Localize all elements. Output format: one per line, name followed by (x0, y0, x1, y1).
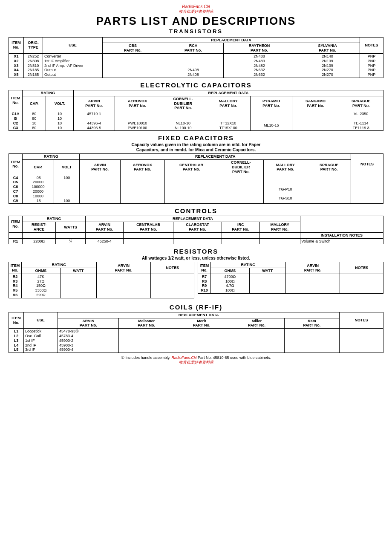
centralab (164, 175, 218, 204)
th-irc: IRCPART No. (222, 222, 259, 233)
sprague: VL-2350TE-1114TE1119.3 (339, 111, 383, 131)
th-centralab: CENTRALABPART No. (164, 160, 218, 175)
th-cap: CAP. (23, 160, 54, 175)
table-row: R7R8R9R10 4700Ω100Ω4.7Ω100Ω (198, 274, 383, 293)
watt (249, 274, 285, 293)
aerovox: PWE10010PWE10100 (115, 111, 160, 131)
resistors-section: RESISTORS All wattages 1/2 watt, or less… (9, 248, 383, 300)
arvin: 45719-144396-444396-5 (73, 111, 115, 131)
th-aerovox: AEROVOXPART No. (115, 96, 160, 111)
th-sprague: SPRAGUEPART No. (307, 160, 351, 175)
footer: ① Includes handle assembly. RadioFans.CN… (9, 355, 383, 365)
notes (340, 274, 383, 293)
sangamo (292, 111, 339, 131)
th-cornell: CORNELL-DUBILIERPART No. (160, 96, 206, 111)
page-subtitle: TRANSISTORS (9, 28, 383, 35)
transistors-section: ITEMNo. ORIG.TYPE USE REPLACEMENT DATA N… (9, 37, 383, 78)
item: C4C5C6C7C8C9 (9, 175, 23, 204)
th-blank5 (124, 232, 173, 238)
fixed-note1: Capacity values given in the rating colu… (9, 142, 383, 147)
th-cbs: CBSPART No. (103, 43, 163, 54)
th-volt: VOLT. (46, 96, 73, 111)
th-sylvania: SYLVANIAPART No. (295, 43, 360, 54)
th-merit: MeritPART No. (174, 318, 229, 329)
fixed-capacitors-section: FIXED CAPACITORS Capacity values given i… (9, 134, 383, 204)
notes (151, 274, 194, 298)
coils-table: ITEMNo. USE REPLACEMENT DATA NOTES ARVIN… (9, 312, 383, 353)
th-clarostat: CLAROSTATPART No. (173, 222, 222, 233)
cbs (103, 53, 163, 78)
cornell: NL10-10NL100-10 (160, 111, 206, 131)
volt: 100100 (54, 175, 80, 204)
th-rca: RCAPART No. (163, 43, 223, 54)
th-mallory: MALLORYPART No. (264, 160, 307, 175)
th-blank8 (259, 232, 300, 238)
th-item: ITEMNo. (9, 262, 22, 274)
table-row: C4C5C6C7C8C9 .05200001000002000010000.15… (9, 175, 383, 204)
coils-section: COILS (RF-IF) ITEMNo. USE REPLACEMENT DA… (9, 303, 383, 353)
item: C1ABC2C3 (9, 111, 23, 131)
resistors-two-col: ITEMNo. RATING ARVINPART No. NOTES OHMS … (9, 262, 383, 300)
th-blank7 (222, 232, 259, 238)
th-rating: RATING (23, 154, 80, 160)
mallory (259, 238, 300, 244)
item: R2R3R4R5R6 (9, 274, 22, 298)
th-sprague: SPRAGUEPART No. (339, 96, 383, 111)
th-notes: NOTES (340, 312, 383, 328)
fixed-title: FIXED CAPACITORS (9, 134, 383, 142)
resistors-right-table: ITEMNo. RATING ARVINPART No. NOTES OHMS … (198, 262, 383, 294)
th-blank6 (173, 232, 222, 238)
electrolytic-table: ITEMNo. RATING REPLACEMENT DATA CAP. VOL… (9, 90, 383, 131)
th-item: ITEMNo. (9, 312, 24, 328)
site-name: RadioFans.CN (182, 4, 210, 9)
coils-title: COILS (RF-IF) (9, 303, 383, 311)
th-cornell: CORNELL-DUBILIERPART No. (218, 160, 264, 175)
raytheon: 2N4882N4832N4822N6322N632 (223, 53, 295, 78)
rca: 2N4082N408 (163, 53, 223, 78)
th-rating: RATING (23, 216, 86, 222)
cap: .05200001000002000010000.15 (23, 175, 54, 204)
th-volt: VOLT (54, 160, 80, 175)
controls-section: CONTROLS ITEMNo. RATING REPLACEMENT DATA… (9, 207, 383, 244)
item: L1L2L3L4L5 (9, 329, 24, 353)
clarostat (173, 238, 222, 244)
notes (340, 329, 383, 353)
footer-note: ① Includes handle assembly. (121, 355, 171, 360)
table-row: R1 2200Ω ¼ 45250-4 Volume & Switch (9, 238, 383, 244)
th-pyramid: PYRAMIDPART No. (251, 96, 292, 111)
cornell (218, 175, 264, 204)
th-replacement: REPLACEMENT DATA (80, 154, 351, 160)
install-notes: Volume & Switch (300, 238, 383, 244)
th-arvin: ARVINPART No. (86, 222, 124, 233)
th-blank3 (56, 232, 86, 238)
resistance: 2200Ω (23, 238, 56, 244)
transistors-table: ITEMNo. ORIG.TYPE USE REPLACEMENT DATA N… (9, 37, 383, 78)
arvin (80, 175, 120, 204)
th-arvin: ARVINPART No. (285, 262, 340, 274)
ohms: 47K27Ω150Ω3300Ω220Ω (22, 274, 61, 298)
th-item: ITEMNo. (9, 154, 23, 175)
watts: ¼ (56, 238, 86, 244)
footer-red: 收音机爱好者资料库 (179, 360, 213, 364)
th-ohms: OHMS (22, 268, 61, 274)
th-miller: MillerPART No. (229, 318, 284, 329)
page-title: PARTS LIST AND DESCRIPTIONS (9, 15, 383, 27)
aerovox (120, 175, 164, 204)
th-use: USE (24, 312, 58, 328)
th-raytheon: RAYTHEONPART No. (223, 43, 295, 54)
table-row: X1X2X3X4X5 2N2522N3082N3102N1852N185 Con… (9, 53, 383, 78)
th-installation (300, 216, 383, 232)
resistors-left: ITEMNo. RATING ARVINPART No. NOTES OHMS … (9, 262, 194, 300)
th-rating: RATING (22, 262, 97, 268)
th-item: ITEMNo. (9, 37, 24, 53)
th-arvin: ARVINPART No. (58, 318, 119, 329)
th-replacement: REPLACEMENT DATA (86, 216, 300, 222)
th-notes: NOTES (340, 262, 383, 274)
arvin: 45478-93①45783-445900-245900-345900-4 (58, 329, 119, 353)
th-centralab: CENTRALABPART No. (124, 222, 173, 233)
th-use: USE (43, 37, 103, 53)
item: R7R8R9R10 (198, 274, 211, 293)
ohms: 4700Ω100Ω4.7Ω100Ω (211, 274, 250, 293)
th-notes: NOTES (360, 37, 383, 53)
th-blank (9, 232, 23, 238)
